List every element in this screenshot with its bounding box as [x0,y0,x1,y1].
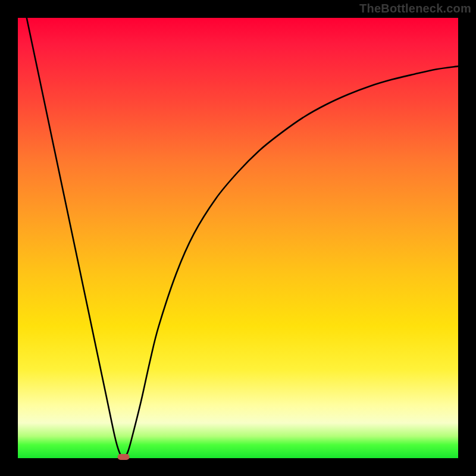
chart-frame: TheBottleneck.com [0,0,476,476]
watermark-text: TheBottleneck.com [359,2,471,15]
curve-svg [18,18,458,458]
optimal-marker [118,454,130,460]
plot-area [18,18,458,458]
bottleneck-curve [27,18,458,458]
